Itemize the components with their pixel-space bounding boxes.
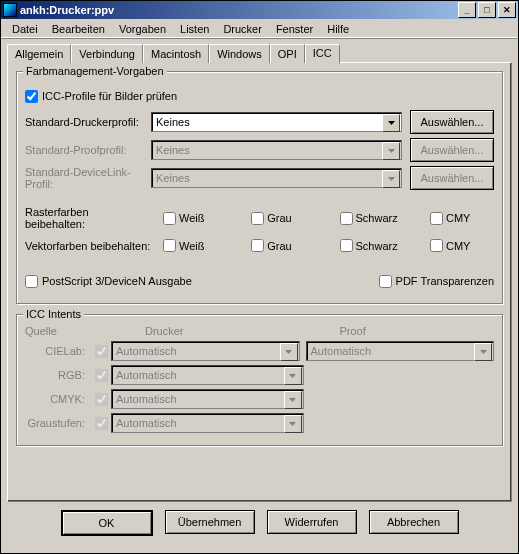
std-devlink-choose-button: Auswählen... xyxy=(410,166,494,190)
chevron-down-icon xyxy=(474,343,492,361)
intent-rgb-label: RGB: xyxy=(25,369,91,381)
intent-cmyk-check xyxy=(95,393,108,406)
chevron-down-icon xyxy=(280,343,298,361)
menu-listen[interactable]: Listen xyxy=(173,21,216,37)
group-farbmanagement: Farbmanagement-Vorgaben ICC-Profile für … xyxy=(16,71,503,304)
tabstrip: Allgemein Verbindung Macintosh Windows O… xyxy=(7,44,512,63)
revert-button[interactable]: Widerrufen xyxy=(267,510,357,534)
close-button[interactable]: ✕ xyxy=(498,2,516,18)
menu-hilfe[interactable]: Hilfe xyxy=(320,21,356,37)
vector-weiss[interactable]: Weiß xyxy=(159,236,219,255)
tab-verbindung[interactable]: Verbindung xyxy=(71,44,143,63)
chevron-down-icon xyxy=(284,391,302,409)
window: ankh:Drucker:ppv _ □ ✕ Datei Bearbeiten … xyxy=(0,0,519,554)
tab-macintosh[interactable]: Macintosh xyxy=(143,44,209,63)
std-devlink-value: Keines xyxy=(156,172,190,184)
chevron-down-icon xyxy=(382,142,400,160)
chevron-down-icon xyxy=(284,367,302,385)
std-printer-combo[interactable]: Keines xyxy=(151,112,402,132)
raster-cmy[interactable]: CMY xyxy=(426,209,486,228)
menu-datei[interactable]: Datei xyxy=(5,21,45,37)
menu-bearbeiten[interactable]: Bearbeiten xyxy=(45,21,112,37)
intent-cmyk-printer-combo: Automatisch xyxy=(111,389,304,409)
pdf-transparency-checkbox[interactable]: PDF Transparenzen xyxy=(379,275,494,288)
raster-schwarz[interactable]: Schwarz xyxy=(336,209,398,228)
check-icc-profiles[interactable]: ICC-Profile für Bilder prüfen xyxy=(25,86,494,106)
std-printer-choose-button[interactable]: Auswählen... xyxy=(410,110,494,134)
tab-icc[interactable]: ICC xyxy=(305,44,340,64)
content: Allgemein Verbindung Macintosh Windows O… xyxy=(1,39,518,540)
vector-schwarz[interactable]: Schwarz xyxy=(336,236,398,255)
titlebar[interactable]: ankh:Drucker:ppv _ □ ✕ xyxy=(1,1,518,19)
chevron-down-icon xyxy=(284,415,302,433)
std-proof-value: Keines xyxy=(156,144,190,156)
intent-rgb-check xyxy=(95,369,108,382)
intent-cielab-printer-combo: Automatisch xyxy=(111,341,300,361)
std-devlink-combo: Keines xyxy=(151,168,402,188)
check-icc-profiles-label: ICC-Profile für Bilder prüfen xyxy=(42,90,177,102)
intent-cielab-proof-combo: Automatisch xyxy=(306,341,495,361)
std-printer-value: Keines xyxy=(156,116,190,128)
chevron-down-icon xyxy=(382,170,400,188)
raster-weiss[interactable]: Weiß xyxy=(159,209,219,228)
intent-gray-check xyxy=(95,417,108,430)
intents-hdr-printer: Drucker xyxy=(105,325,300,337)
vector-row: Vektorfarben beibehalten: Weiß Grau Schw… xyxy=(25,236,494,255)
group-icc-intents: ICC Intents Quelle Drucker Proof CIELab:… xyxy=(16,314,503,446)
intents-hdr-source: Quelle xyxy=(25,325,105,337)
chevron-down-icon[interactable] xyxy=(382,114,400,132)
tab-page-icc: Farbmanagement-Vorgaben ICC-Profile für … xyxy=(7,62,512,502)
tab-opi[interactable]: OPI xyxy=(270,44,305,63)
tab-windows[interactable]: Windows xyxy=(209,44,270,63)
intent-cielab-label: CIELab: xyxy=(25,345,91,357)
intent-gray-label: Graustufen: xyxy=(25,417,91,429)
menubar: Datei Bearbeiten Vorgaben Listen Drucker… xyxy=(1,19,518,39)
check-icc-profiles-box[interactable] xyxy=(25,90,38,103)
intent-gray-printer-combo: Automatisch xyxy=(111,413,304,433)
raster-row: Rasterfarben beibehalten: Weiß Grau Schw… xyxy=(25,206,494,230)
menu-vorgaben[interactable]: Vorgaben xyxy=(112,21,173,37)
std-proof-choose-button: Auswählen... xyxy=(410,138,494,162)
minimize-button[interactable]: _ xyxy=(458,2,476,18)
intents-hdr-proof: Proof xyxy=(300,325,495,337)
intent-cielab-check xyxy=(95,345,108,358)
vector-grau[interactable]: Grau xyxy=(247,236,307,255)
cancel-button[interactable]: Abbrechen xyxy=(369,510,459,534)
tab-allgemein[interactable]: Allgemein xyxy=(7,44,71,63)
group-icc-intents-legend: ICC Intents xyxy=(23,308,84,320)
window-title: ankh:Drucker:ppv xyxy=(20,4,456,16)
apply-button[interactable]: Übernehmen xyxy=(165,510,255,534)
ok-button[interactable]: OK xyxy=(61,510,153,536)
std-printer-label: Standard-Druckerprofil: xyxy=(25,116,151,128)
app-icon xyxy=(3,3,17,17)
std-devlink-label: Standard-DeviceLink-Profil: xyxy=(25,166,151,190)
menu-drucker[interactable]: Drucker xyxy=(216,21,269,37)
std-proof-combo: Keines xyxy=(151,140,402,160)
vector-cmy[interactable]: CMY xyxy=(426,236,486,255)
maximize-button[interactable]: □ xyxy=(478,2,496,18)
group-farbmanagement-legend: Farbmanagement-Vorgaben xyxy=(23,65,167,77)
raster-grau[interactable]: Grau xyxy=(247,209,307,228)
std-proof-label: Standard-Proofprofil: xyxy=(25,144,151,156)
vector-label: Vektorfarben beibehalten: xyxy=(25,240,151,252)
intent-rgb-printer-combo: Automatisch xyxy=(111,365,304,385)
intent-cmyk-label: CMYK: xyxy=(25,393,91,405)
raster-label: Rasterfarben beibehalten: xyxy=(25,206,151,230)
menu-fenster[interactable]: Fenster xyxy=(269,21,320,37)
ps3-checkbox[interactable]: PostScript 3/DeviceN Ausgabe xyxy=(25,275,192,288)
dialog-buttons: OK Übernehmen Widerrufen Abbrechen xyxy=(7,510,512,536)
